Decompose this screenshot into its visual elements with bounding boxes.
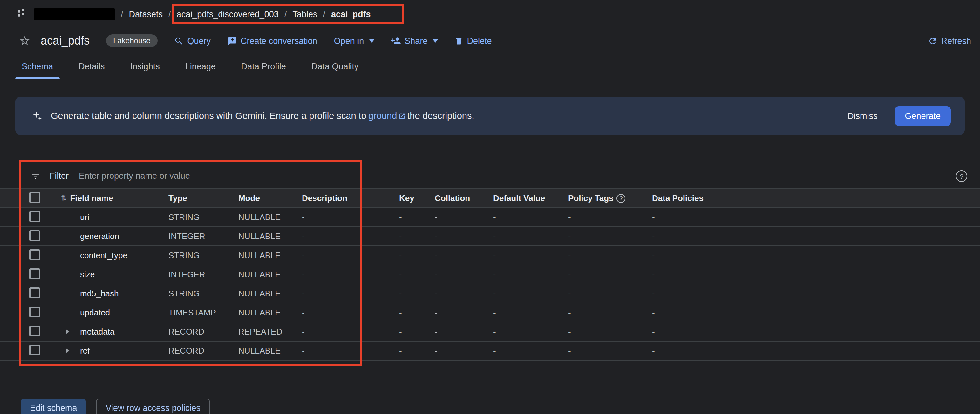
trash-icon bbox=[454, 36, 463, 45]
cell-policy-tags: - bbox=[568, 212, 652, 222]
tab-data-quality[interactable]: Data Quality bbox=[299, 53, 371, 79]
cell-mode: NULLABLE bbox=[238, 289, 302, 298]
cell-field-name: content_type bbox=[80, 250, 169, 260]
footer-actions: Edit schema View row access policies bbox=[21, 399, 980, 414]
cell-description: - bbox=[302, 346, 399, 355]
help-icon[interactable]: ? bbox=[956, 170, 967, 182]
edit-schema-button[interactable]: Edit schema bbox=[21, 399, 86, 414]
external-link-icon bbox=[398, 112, 405, 119]
cell-key: - bbox=[399, 250, 435, 260]
breadcrumb-separator: / bbox=[121, 9, 123, 19]
cell-type: TIMESTAMP bbox=[169, 308, 238, 317]
cell-field-name: uri bbox=[80, 212, 169, 222]
select-all-checkbox[interactable] bbox=[29, 192, 40, 202]
refresh-button[interactable]: Refresh bbox=[928, 36, 971, 45]
star-icon[interactable] bbox=[19, 35, 30, 46]
share-button[interactable]: Share bbox=[391, 36, 438, 46]
cell-collation: - bbox=[435, 308, 493, 317]
cell-field-name: ref bbox=[80, 346, 169, 355]
cell-key: - bbox=[399, 346, 435, 355]
table-row: ref RECORD NULLABLE - - - - - - bbox=[0, 341, 980, 361]
cell-mode: NULLABLE bbox=[238, 250, 302, 260]
cell-field-name: metadata bbox=[80, 327, 169, 336]
delete-button[interactable]: Delete bbox=[454, 36, 492, 45]
row-checkbox[interactable] bbox=[29, 268, 40, 279]
row-checkbox[interactable] bbox=[29, 325, 40, 336]
table-row: uri STRING NULLABLE - - - - - - bbox=[0, 208, 980, 227]
tab-data-profile[interactable]: Data Profile bbox=[229, 53, 299, 79]
cell-description: - bbox=[302, 231, 399, 241]
row-checkbox[interactable] bbox=[29, 230, 40, 241]
column-header-mode: Mode bbox=[238, 193, 302, 203]
banner-message: Generate table and column descriptions w… bbox=[51, 111, 474, 121]
table-row: updated TIMESTAMP NULLABLE - - - - - - bbox=[0, 303, 980, 322]
cell-default-value: - bbox=[493, 346, 568, 355]
cell-collation: - bbox=[435, 231, 493, 241]
cell-key: - bbox=[399, 308, 435, 317]
cell-data-policies: - bbox=[652, 327, 980, 336]
policy-tags-help-icon[interactable]: ? bbox=[617, 194, 626, 202]
ground-link[interactable]: ground bbox=[368, 111, 405, 121]
tab-details[interactable]: Details bbox=[66, 53, 118, 79]
cell-description: - bbox=[302, 212, 399, 222]
cell-policy-tags: - bbox=[568, 289, 652, 298]
row-checkbox[interactable] bbox=[29, 344, 40, 355]
table-row: content_type STRING NULLABLE - - - - - - bbox=[0, 246, 980, 265]
view-row-access-policies-button[interactable]: View row access policies bbox=[96, 399, 210, 414]
cell-data-policies: - bbox=[652, 270, 980, 279]
cell-policy-tags: - bbox=[568, 270, 652, 279]
cell-data-policies: - bbox=[652, 289, 980, 298]
cell-data-policies: - bbox=[652, 250, 980, 260]
tab-lineage[interactable]: Lineage bbox=[173, 53, 229, 79]
chat-plus-icon bbox=[227, 36, 237, 45]
cell-collation: - bbox=[435, 270, 493, 279]
breadcrumb-item-dataset-name[interactable]: acai_pdfs_discovered_003 bbox=[177, 9, 279, 19]
query-button[interactable]: Query bbox=[174, 36, 211, 45]
page-header: acai_pdfs Lakehouse Query Create convers… bbox=[0, 28, 980, 53]
expand-icon[interactable] bbox=[61, 348, 80, 353]
cell-type: RECORD bbox=[169, 327, 238, 336]
cell-data-policies: - bbox=[652, 231, 980, 241]
table-body: uri STRING NULLABLE - - - - - - generati… bbox=[0, 208, 980, 361]
cell-field-name: size bbox=[80, 270, 169, 279]
dismiss-button[interactable]: Dismiss bbox=[838, 106, 886, 126]
refresh-icon bbox=[928, 36, 937, 45]
cell-mode: NULLABLE bbox=[238, 212, 302, 222]
cell-key: - bbox=[399, 327, 435, 336]
tab-schema[interactable]: Schema bbox=[9, 53, 66, 79]
expand-icon[interactable] bbox=[61, 329, 80, 334]
open-in-button[interactable]: Open in bbox=[334, 36, 374, 45]
create-conversation-button[interactable]: Create conversation bbox=[227, 36, 317, 45]
tab-insights[interactable]: Insights bbox=[118, 53, 173, 79]
column-header-field-name[interactable]: Field name bbox=[70, 193, 113, 203]
cell-collation: - bbox=[435, 346, 493, 355]
table-details-page: / Datasets / acai_pdfs_discovered_003 / … bbox=[0, 0, 980, 414]
cell-field-name: updated bbox=[80, 308, 169, 317]
cell-collation: - bbox=[435, 212, 493, 222]
breadcrumb-item-datasets[interactable]: Datasets bbox=[129, 9, 163, 19]
cell-policy-tags: - bbox=[568, 231, 652, 241]
cell-mode: NULLABLE bbox=[238, 308, 302, 317]
row-checkbox[interactable] bbox=[29, 287, 40, 298]
cell-key: - bbox=[399, 270, 435, 279]
cell-key: - bbox=[399, 212, 435, 222]
filter-icon bbox=[30, 171, 41, 181]
filter-input[interactable] bbox=[78, 170, 296, 181]
breadcrumb-item-tables[interactable]: Tables bbox=[292, 9, 317, 19]
search-icon bbox=[174, 36, 184, 45]
row-checkbox[interactable] bbox=[29, 306, 40, 317]
cell-default-value: - bbox=[493, 308, 568, 317]
cell-mode: REPEATED bbox=[238, 327, 302, 336]
cell-policy-tags: - bbox=[568, 327, 652, 336]
cell-data-policies: - bbox=[652, 308, 980, 317]
row-checkbox[interactable] bbox=[29, 211, 40, 221]
sort-icon[interactable]: ⇅ bbox=[61, 194, 67, 202]
schema-table: Filter ? ⇅ Field name Type Mode Descript… bbox=[0, 164, 980, 361]
cell-default-value: - bbox=[493, 327, 568, 336]
row-checkbox[interactable] bbox=[29, 249, 40, 260]
cell-key: - bbox=[399, 231, 435, 241]
gemini-banner: Generate table and column descriptions w… bbox=[15, 97, 965, 135]
breadcrumb-separator: / bbox=[323, 9, 325, 19]
generate-button[interactable]: Generate bbox=[894, 106, 951, 126]
cell-mode: NULLABLE bbox=[238, 346, 302, 355]
